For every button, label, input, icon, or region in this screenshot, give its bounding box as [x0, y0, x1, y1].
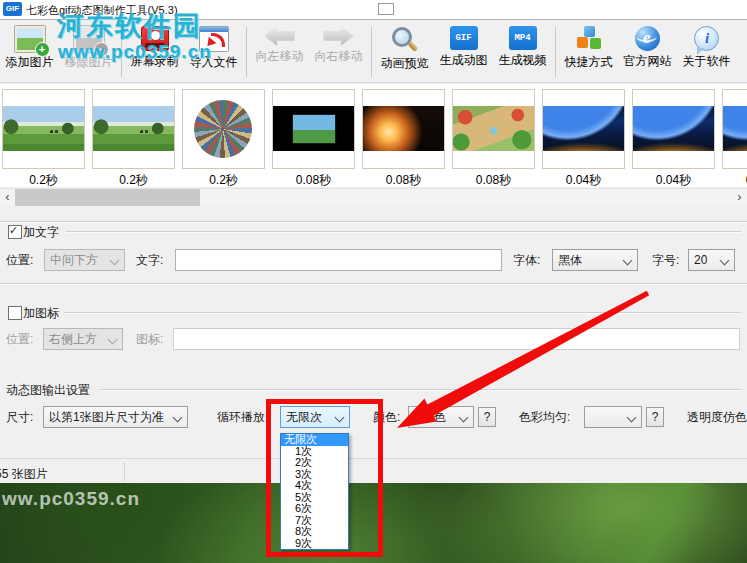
- toolbar-button-label: 快捷方式: [565, 55, 613, 69]
- official-website-button[interactable]: e官方网站: [618, 25, 677, 68]
- move-right-button: 向右移动: [309, 25, 368, 63]
- about-software-button[interactable]: i关于软件: [677, 25, 736, 68]
- frame-thumbnail[interactable]: [362, 89, 445, 169]
- shortcut-button[interactable]: 快捷方式: [559, 25, 618, 69]
- icon-file-label: 图标:: [136, 332, 163, 346]
- frame-thumbnail[interactable]: [542, 89, 625, 169]
- add-image-icon: [15, 26, 45, 52]
- filmstrip-item[interactable]: 0.2秒: [92, 89, 175, 187]
- dither-label: 色彩均匀:: [519, 410, 570, 424]
- frame-duration-label: 0.04秒: [542, 172, 625, 187]
- icon-position-label: 位置:: [6, 332, 33, 346]
- filmstrip-item[interactable]: 0.08秒: [272, 89, 355, 187]
- frame-duration-label: 0.2秒: [92, 172, 175, 187]
- add-text-checkbox[interactable]: [8, 225, 22, 239]
- toolbar-separator: [555, 27, 556, 77]
- frame-image-sunset: [363, 106, 444, 151]
- preview-icon: [391, 26, 418, 53]
- toolbar-button-label: 向左移动: [256, 49, 304, 63]
- frame-thumbnail[interactable]: [272, 89, 355, 169]
- frame-image-park: [3, 106, 84, 151]
- frame-duration-label: 0.04秒: [632, 172, 715, 187]
- font-size-label: 字号:: [652, 253, 679, 267]
- grass-blade-highlight: [589, 483, 726, 563]
- filmstrip-item[interactable]: 0.04秒: [632, 89, 715, 187]
- icon-file-input: [173, 328, 740, 350]
- add-icon-checkbox-label: 加图标: [23, 306, 59, 320]
- status-divider: [124, 462, 125, 481]
- color-select[interactable]: 256色: [408, 406, 474, 428]
- filmstrip-item[interactable]: 0.04秒: [722, 89, 747, 187]
- output-size-select[interactable]: 以第1张图片尺寸为准: [43, 406, 188, 428]
- watermark-site-url: www.pc0359.cn: [58, 41, 212, 63]
- chevron-down-icon: [173, 413, 183, 423]
- watermark-bottom: ww.pc0359.cn: [2, 488, 140, 510]
- toolbar-button-label: 官方网站: [624, 54, 672, 68]
- output-settings-group-label: 动态图输出设置: [6, 383, 90, 397]
- color-help-button[interactable]: ?: [478, 407, 496, 427]
- icon-position-select: 右侧上方: [43, 328, 123, 350]
- frame-thumbnail[interactable]: [2, 89, 85, 169]
- dither-help-button[interactable]: ?: [646, 407, 664, 427]
- filmstrip-item[interactable]: 0.2秒: [182, 89, 265, 187]
- text-content-input[interactable]: [175, 249, 502, 271]
- scrollbar-thumb[interactable]: [15, 189, 200, 206]
- frame-thumbnail[interactable]: [92, 89, 175, 169]
- add-icon-checkbox[interactable]: [8, 306, 22, 320]
- make-gif-button[interactable]: GIF生成动图: [434, 25, 493, 67]
- badge-gif-badge-text: GIF: [455, 33, 471, 43]
- frame-image-park: [93, 106, 174, 151]
- frame-thumbnail[interactable]: [452, 89, 535, 169]
- app-icon: GIF: [3, 2, 22, 16]
- filmstrip-item[interactable]: 0.08秒: [452, 89, 535, 187]
- add-text-checkbox-label: 加文字: [23, 225, 59, 239]
- toolbar-button-label: 向右移动: [315, 49, 363, 63]
- toolbar-separator: [246, 27, 247, 77]
- about-badge-text: i: [705, 30, 709, 47]
- frame-thumbnail[interactable]: [632, 89, 715, 169]
- filmstrip-item[interactable]: 0.08秒: [362, 89, 445, 187]
- font-select[interactable]: 黑体: [552, 249, 638, 271]
- badge-mp4-icon: MP4: [509, 26, 537, 50]
- text-position-value: 中间下方: [50, 252, 98, 269]
- frame-thumbnail[interactable]: [182, 89, 265, 169]
- filmstrip-item[interactable]: 0.2秒: [2, 89, 85, 187]
- text-position-label: 位置:: [6, 253, 33, 267]
- chevron-down-icon: [108, 335, 118, 345]
- frame-thumbnail[interactable]: [722, 89, 747, 169]
- separator: [0, 221, 747, 222]
- frame-duration-label: 0.2秒: [2, 172, 85, 187]
- frame-image-tv: [273, 106, 354, 151]
- frame-image-earth: [723, 106, 747, 151]
- text-position-select[interactable]: 中间下方: [44, 249, 125, 271]
- font-size-select[interactable]: 20: [688, 249, 735, 271]
- move-left-button: 向左移动: [250, 25, 309, 63]
- dither-select[interactable]: [584, 406, 642, 428]
- chevron-down-icon: [623, 256, 633, 266]
- filmstrip-item[interactable]: 0.04秒: [542, 89, 625, 187]
- animation-preview-button[interactable]: 动画预览: [375, 25, 434, 70]
- watermark-site-name: 河东软件园: [57, 8, 202, 44]
- font-value: 黑体: [558, 252, 582, 269]
- badge-gif-icon: GIF: [450, 26, 478, 50]
- add-image-button[interactable]: 添加图片: [0, 25, 59, 69]
- filmstrip: 0.2秒0.2秒0.2秒0.08秒0.08秒0.08秒0.04秒0.04秒0.0…: [0, 84, 747, 187]
- font-label: 字体:: [513, 253, 540, 267]
- image-count: 55 张图片: [0, 466, 48, 483]
- frame-duration-label: 0.08秒: [362, 172, 445, 187]
- frame-image-earth: [633, 106, 714, 151]
- make-video-button[interactable]: MP4生成视频: [493, 25, 552, 67]
- annotation-highlight-rectangle: [266, 399, 383, 557]
- chevron-down-icon: [110, 256, 120, 266]
- scroll-right-arrow-icon[interactable]: ›: [732, 189, 747, 206]
- window-control-box[interactable]: [378, 3, 394, 15]
- filmstrip-scrollbar[interactable]: ‹ ›: [0, 188, 747, 205]
- icon-position-value: 右侧上方: [49, 331, 97, 348]
- chevron-down-icon: [459, 413, 469, 423]
- text-content-label: 文字:: [136, 253, 163, 267]
- separator: [0, 283, 747, 284]
- frame-duration-label: 0.08秒: [272, 172, 355, 187]
- scroll-left-arrow-icon[interactable]: ‹: [0, 189, 15, 206]
- chevron-down-icon: [720, 256, 730, 266]
- output-group-line: [100, 389, 741, 390]
